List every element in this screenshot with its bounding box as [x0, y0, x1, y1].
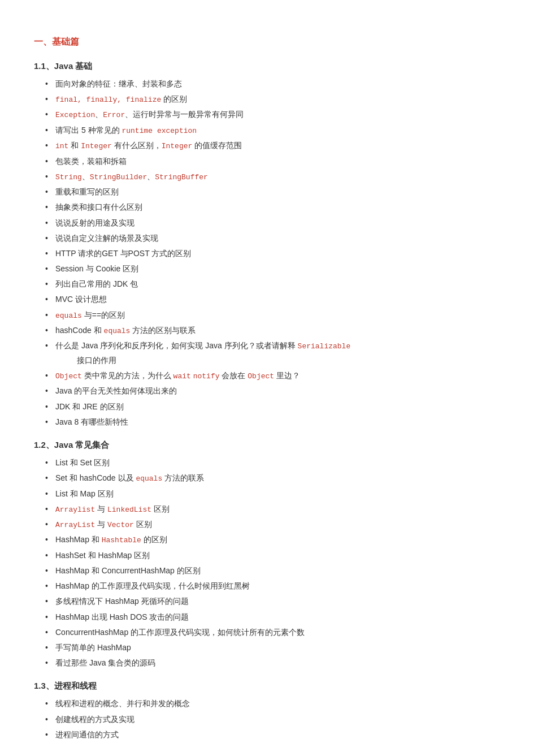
sub2-title-bold: 常见集合: [75, 440, 109, 450]
list-item: int 和 Integer 有什么区别，Integer 的值缓存范围: [45, 139, 500, 153]
list-item: 请写出 5 种常见的 runtime exception: [45, 123, 500, 137]
list-item: Arraylist 与 LinkedList 区别: [45, 502, 500, 516]
java-collection-list: List 和 Set 区别 Set 和 hashCode 以及 equals 方…: [34, 456, 500, 670]
list-item: ArrayList 与 Vector 区别: [45, 517, 500, 532]
list-item: HashMap 的工作原理及代码实现，什么时候用到红黑树: [45, 579, 500, 593]
list-item: 说说反射的用途及实现: [45, 216, 500, 230]
list-item: ConcurrentHashMap 的工作原理及代码实现，如何统计所有的元素个数: [45, 625, 500, 640]
list-item: 列出自己常用的 JDK 包: [45, 277, 500, 291]
list-item: hashCode 和 equals 方法的区别与联系: [45, 323, 500, 338]
list-item: HashMap 出现 Hash DOS 攻击的问题: [45, 610, 500, 624]
list-item: 手写简单的 HashMap: [45, 641, 500, 655]
java-basic-list: 面向对象的特征：继承、封装和多态 final, finally, finaliz…: [34, 77, 500, 429]
list-item: 进程间通信的方式: [45, 728, 500, 742]
sub3-title-prefix: 1.3、: [34, 681, 54, 690]
list-item: 线程和进程的概念、并行和并发的概念: [45, 697, 500, 711]
list-item: 创建线程的方式及实现: [45, 712, 500, 727]
sub2-title: 1.2、Java 常见集合: [34, 437, 500, 452]
thread-list: 线程和进程的概念、并行和并发的概念 创建线程的方式及实现 进程间通信的方式: [34, 697, 500, 742]
sub2-title-prefix: 1.2、Java: [34, 440, 75, 450]
list-item: 看过那些 Java 集合类的源码: [45, 656, 500, 670]
list-item: 多线程情况下 HashMap 死循环的问题: [45, 594, 500, 608]
list-item: String、StringBuilder、StringBuffer: [45, 170, 500, 184]
sub1-title-prefix: 1.1、Java: [34, 61, 75, 71]
sub1-title: 1.1、Java 基础: [34, 58, 500, 74]
list-item: Session 与 Cookie 区别: [45, 262, 500, 276]
sub1-title-bold: 基础: [75, 61, 92, 71]
list-item: HTTP 请求的GET 与POST 方式的区别: [45, 247, 500, 261]
list-item: List 和 Map 区别: [45, 487, 500, 501]
list-item: MVC 设计思想: [45, 292, 500, 306]
list-item: Set 和 hashCode 以及 equals 方法的联系: [45, 471, 500, 485]
page-container: 一、基础篇 1.1、Java 基础 面向对象的特征：继承、封装和多态 final…: [34, 34, 500, 742]
list-item: List 和 Set 区别: [45, 456, 500, 470]
list-item: 包装类，装箱和拆箱: [45, 154, 500, 169]
list-item: 抽象类和接口有什么区别: [45, 200, 500, 214]
list-item: HashMap 和 Hashtable 的区别: [45, 533, 500, 547]
list-item: equals 与==的区别: [45, 308, 500, 322]
sub3-title-bold: 进程和线程: [54, 681, 97, 690]
list-item: HashSet 和 HashMap 区别: [45, 548, 500, 563]
list-item: 说说自定义注解的场景及实现: [45, 231, 500, 245]
list-item: Object 类中常见的方法，为什么 wait notify 会放在 Objec…: [45, 369, 500, 383]
sub3-title: 1.3、进程和线程: [34, 678, 500, 693]
list-item: final, finally, finalize 的区别: [45, 92, 500, 106]
list-item: 什么是 Java 序列化和反序列化，如何实现 Java 序列化？或者请解释 Se…: [45, 339, 500, 368]
section1-title: 一、基础篇: [34, 34, 500, 50]
list-item: 面向对象的特征：继承、封装和多态: [45, 77, 500, 91]
list-item: 重载和重写的区别: [45, 185, 500, 199]
list-item: HashMap 和 ConcurrentHashMap 的区别: [45, 564, 500, 578]
list-item: JDK 和 JRE 的区别: [45, 400, 500, 414]
list-item: Java 的平台无关性如何体现出来的: [45, 384, 500, 398]
list-item: Java 8 有哪些新特性: [45, 415, 500, 429]
list-item: Exception、Error、运行时异常与一般异常有何异同: [45, 107, 500, 122]
